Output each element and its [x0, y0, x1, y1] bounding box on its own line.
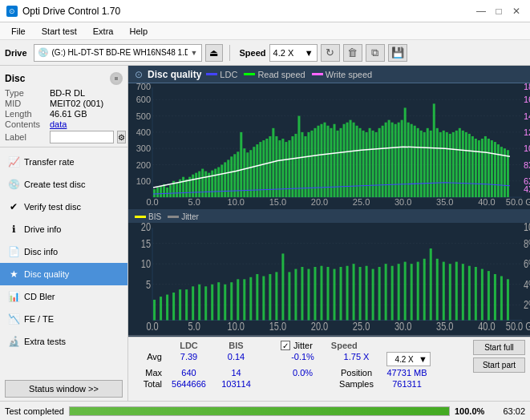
- svg-rect-98: [359, 128, 362, 197]
- svg-rect-218: [455, 262, 458, 321]
- speed-select-dropdown[interactable]: 4.2 X ▼: [386, 352, 431, 366]
- svg-text:10.0: 10.0: [228, 197, 245, 207]
- svg-rect-185: [243, 280, 245, 321]
- sidebar-item-fe-te[interactable]: 📉 FE / TE: [0, 308, 127, 330]
- content-panel: ⊙ Disc quality LDC Read speed Write spee…: [128, 66, 530, 401]
- legend-read: Read speed: [244, 70, 305, 79]
- svg-text:40.0: 40.0: [478, 197, 495, 207]
- svg-rect-201: [346, 266, 349, 321]
- bis-color-swatch: [135, 216, 146, 218]
- sidebar-item-disc-quality[interactable]: ★ Disc quality: [0, 263, 127, 285]
- menu-start-test[interactable]: Start test: [35, 25, 83, 38]
- drive-cd-icon: 💿: [38, 47, 49, 58]
- svg-text:5.0: 5.0: [188, 321, 200, 333]
- svg-rect-69: [265, 139, 268, 197]
- svg-rect-83: [310, 131, 313, 197]
- stats-header-speed: Speed: [322, 340, 366, 351]
- sidebar-item-drive-info[interactable]: ℹ Drive info: [0, 218, 127, 240]
- disc-label-input[interactable]: [50, 131, 114, 143]
- svg-rect-133: [471, 136, 474, 197]
- status-window-button[interactable]: Status window >>: [5, 380, 123, 398]
- action-buttons: Start full Start part: [473, 340, 525, 373]
- svg-text:15.0: 15.0: [269, 197, 286, 207]
- stats-avg-speed: 1.75 X: [334, 351, 378, 367]
- svg-rect-215: [436, 259, 439, 321]
- svg-rect-178: [198, 285, 200, 321]
- svg-rect-220: [468, 266, 471, 321]
- svg-rect-52: [211, 171, 213, 197]
- copy-button[interactable]: ⧉: [366, 44, 385, 62]
- close-button[interactable]: ✕: [509, 4, 524, 18]
- create-test-disc-icon: 💿: [8, 179, 19, 190]
- minimize-button[interactable]: —: [474, 4, 488, 18]
- svg-rect-88: [326, 126, 329, 197]
- disc-mid-label: MID: [5, 99, 47, 108]
- sidebar-item-verify-test-disc[interactable]: ✔ Verify test disc: [0, 196, 127, 218]
- chart-legend: LDC Read speed Write speed: [206, 70, 372, 79]
- svg-rect-53: [214, 169, 216, 198]
- disc-type-row: Type BD-R DL: [5, 88, 123, 98]
- speed-value: 4.2 X: [273, 48, 305, 58]
- svg-rect-174: [172, 293, 175, 321]
- toolbar: Drive 💿 (G:) HL-DT-ST BD-RE WH16NS48 1.D…: [0, 40, 530, 66]
- svg-rect-131: [465, 132, 467, 197]
- refresh-button[interactable]: ↻: [321, 44, 340, 62]
- titlebar: ⊙ Opti Drive Control 1.70 — □ ✕: [0, 0, 530, 22]
- write-label: Write speed: [326, 70, 373, 79]
- svg-rect-213: [423, 259, 426, 321]
- erase-button[interactable]: 🗑: [343, 44, 362, 62]
- disc-label-button[interactable]: ⚙: [117, 131, 126, 143]
- status-text: Test completed: [5, 406, 64, 416]
- svg-rect-222: [481, 269, 483, 321]
- svg-rect-113: [407, 123, 410, 197]
- svg-rect-34: [153, 189, 156, 197]
- disc-contents-value[interactable]: data: [50, 119, 67, 129]
- svg-rect-212: [417, 262, 419, 321]
- stats-header-ldc: LDC: [167, 340, 211, 351]
- svg-text:8%: 8%: [524, 238, 530, 251]
- stats-max-label: Max: [133, 367, 164, 378]
- disc-icon: [110, 72, 123, 85]
- sidebar-item-cd-bler[interactable]: 📊 CD Bler: [0, 285, 127, 308]
- maximize-button[interactable]: □: [492, 4, 506, 18]
- stats-max-ldc: 640: [167, 367, 211, 378]
- svg-rect-171: [153, 300, 156, 321]
- svg-rect-70: [269, 136, 271, 197]
- save-button[interactable]: 💾: [388, 44, 407, 62]
- jitter-checkbox[interactable]: [281, 341, 290, 350]
- svg-rect-195: [307, 269, 310, 321]
- toolbar-sep-1: [229, 45, 230, 61]
- disc-quality-icon: ★: [8, 269, 19, 280]
- menu-help[interactable]: Help: [123, 25, 154, 38]
- svg-rect-66: [256, 144, 258, 197]
- svg-rect-44: [185, 180, 188, 197]
- drive-select[interactable]: 💿 (G:) HL-DT-ST BD-RE WH16NS48 1.D3 ▼: [34, 44, 202, 62]
- svg-rect-54: [217, 168, 220, 198]
- svg-rect-135: [478, 140, 480, 197]
- svg-text:100: 100: [136, 176, 151, 186]
- svg-rect-187: [256, 274, 258, 321]
- sidebar-item-disc-info[interactable]: 📄 Disc info: [0, 240, 127, 263]
- eject-button[interactable]: ⏏: [205, 44, 223, 62]
- speed-select[interactable]: 4.2 X ▼: [269, 44, 318, 62]
- start-part-button[interactable]: Start part: [473, 357, 525, 373]
- start-full-button[interactable]: Start full: [473, 340, 525, 355]
- menu-file[interactable]: File: [5, 25, 32, 38]
- svg-rect-199: [334, 269, 336, 321]
- sidebar-item-create-test-disc[interactable]: 💿 Create test disc: [0, 173, 127, 196]
- svg-text:10.0: 10.0: [228, 321, 245, 333]
- disc-label-label: Label: [5, 132, 47, 142]
- disc-header: Disc: [5, 72, 123, 85]
- sidebar-item-extra-tests[interactable]: 🔬 Extra tests: [0, 330, 127, 353]
- sidebar-item-transfer-rate[interactable]: 📈 Transfer rate: [0, 151, 127, 173]
- ldc-color-swatch: [206, 73, 217, 75]
- drive-dropdown-arrow: ▼: [191, 49, 198, 57]
- svg-rect-214: [430, 248, 432, 321]
- svg-rect-203: [359, 267, 362, 321]
- menu-extra[interactable]: Extra: [87, 25, 120, 38]
- stats-speed-dropdown[interactable]: 4.2 X ▼: [385, 351, 432, 367]
- svg-rect-85: [317, 126, 319, 197]
- stats-table: LDC BIS Jitter Speed Avg 7.39 0.14 -0.1%: [133, 340, 467, 390]
- stats-max-jitter: 0.0%: [281, 367, 325, 378]
- stats-total-ldc: 5644666: [167, 378, 211, 390]
